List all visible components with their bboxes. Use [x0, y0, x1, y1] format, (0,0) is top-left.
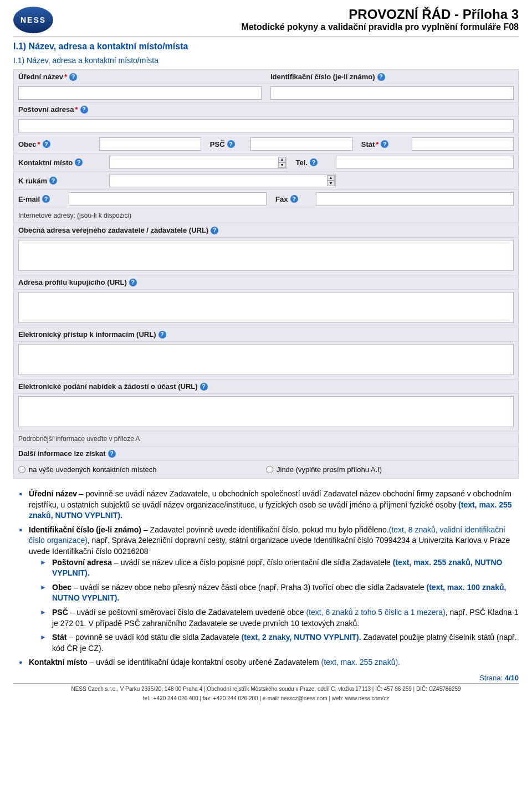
input-stat[interactable]	[412, 137, 514, 151]
help-icon[interactable]: ?	[227, 140, 235, 148]
input-email[interactable]	[69, 192, 267, 206]
help-icon[interactable]: ?	[43, 140, 50, 148]
label-podrobnejsi: Podrobnější informace uveďte v příloze A	[14, 432, 145, 446]
page-number: Strana: 4/10	[13, 674, 519, 682]
label-dalsi-info: Další informace lze získat	[18, 449, 106, 458]
bullet-id-cislo: Identifikační číslo (je-li známo) – Zada…	[29, 525, 519, 654]
label-uredni-nazev: Úřední název*	[18, 73, 67, 81]
help-icon[interactable]: ?	[108, 450, 116, 458]
label-tel: Tel.	[296, 158, 308, 167]
input-k-rukam[interactable]	[109, 174, 336, 187]
input-el-pristup-url[interactable]	[18, 344, 514, 375]
label-postovni-adresa: Poštovní adresa*	[18, 105, 78, 114]
input-uredni-nazev[interactable]	[18, 86, 262, 100]
input-obecna-url[interactable]	[18, 240, 514, 271]
help-icon[interactable]: ?	[381, 140, 388, 148]
sub-stat: Stát – povinně se uvádí kód státu dle sí…	[52, 632, 519, 654]
label-obecna-url: Obecná adresa veřejného zadavatele / zad…	[18, 226, 208, 234]
label-internetove-adresy: Internetové adresy: (jsou-li k dispozici…	[14, 208, 136, 223]
input-id-cislo[interactable]	[270, 86, 514, 100]
input-kontaktni-misto[interactable]	[109, 156, 287, 169]
help-icon[interactable]: ?	[80, 106, 88, 114]
footer-line-2: tel.: +420 244 026 400 | fax: +420 244 0…	[13, 693, 519, 701]
bullet-uredni-nazev: Úřední název – povinně se uvádí název Za…	[29, 489, 519, 521]
instructions-block: Úřední název – povinně se uvádí název Za…	[13, 479, 519, 668]
help-icon[interactable]: ?	[129, 279, 137, 286]
help-icon[interactable]: ?	[49, 177, 57, 184]
section-subheading: I.1) Název, adresa a kontaktní místo/mís…	[13, 56, 519, 65]
radio-dalsi-info-2[interactable]	[266, 466, 273, 473]
label-fax: Fax	[275, 195, 288, 203]
label-obec: Obec*	[18, 140, 40, 148]
input-postovni-adresa[interactable]	[18, 119, 514, 132]
input-obec[interactable]	[99, 137, 201, 151]
footer-line-1: NESS Czech s.r.o., V Parku 2335/20, 148 …	[13, 683, 519, 692]
label-psc: PSČ	[210, 140, 225, 148]
help-icon[interactable]: ?	[42, 195, 50, 203]
help-icon[interactable]: ?	[200, 383, 208, 391]
bullet-kontaktni-misto: Kontaktní místo – uvádí se identifikační…	[29, 657, 519, 668]
input-profil-url[interactable]	[18, 292, 514, 323]
spin-up-icon[interactable]: ▴	[327, 175, 335, 181]
label-k-rukam: K rukám	[18, 177, 47, 185]
label-email: E-mail	[18, 195, 40, 203]
label-profil-url: Adresa profilu kupujícího (URL)	[18, 278, 127, 286]
label-stat: Stát*	[361, 140, 379, 148]
help-icon[interactable]: ?	[310, 158, 318, 166]
section-heading: I.1) Název, adresa a kontaktní místo/mís…	[13, 42, 519, 52]
spin-up-icon[interactable]: ▴	[278, 157, 286, 162]
label-kontaktni-misto: Kontaktní místo	[18, 158, 73, 167]
input-el-podani-url[interactable]	[18, 396, 514, 427]
input-fax[interactable]	[316, 192, 514, 206]
help-icon[interactable]: ?	[69, 73, 77, 81]
form-area: Úřední název* ? Identifikační číslo (je-…	[13, 69, 519, 479]
input-psc[interactable]	[250, 137, 352, 151]
label-el-pristup-url: Elektronický přístup k informacím (URL)	[18, 330, 156, 339]
label-id-cislo: Identifikační číslo (je-li známo)	[270, 73, 375, 81]
radio-dalsi-info-1[interactable]	[18, 466, 25, 473]
label-el-podani-url: Elektronické podání nabídek a žádostí o …	[18, 382, 198, 391]
help-icon[interactable]: ?	[211, 227, 218, 234]
help-icon[interactable]: ?	[75, 158, 83, 166]
doc-title: PROVOZNÍ ŘÁD - Příloha 3	[58, 7, 519, 22]
radio-label-2: Jinde (vyplňte prosím přílohu A.I)	[277, 465, 382, 474]
help-icon[interactable]: ?	[158, 331, 166, 339]
sub-obec: Obec – uvádí se název obce nebo přesný n…	[52, 582, 519, 604]
doc-subtitle: Metodické pokyny a validační pravidla pr…	[58, 22, 519, 32]
input-tel[interactable]	[336, 156, 514, 169]
help-icon[interactable]: ?	[377, 73, 385, 81]
sub-psc: PSČ – uvádí se poštovní směrovací číslo …	[52, 607, 519, 629]
spin-down-icon[interactable]: ▾	[278, 162, 286, 168]
ness-logo	[13, 7, 53, 33]
separator	[13, 37, 519, 37]
help-icon[interactable]: ?	[290, 195, 298, 203]
radio-label-1: na výše uvedených kontaktních místech	[29, 465, 157, 474]
spin-down-icon[interactable]: ▾	[327, 181, 335, 186]
sub-postovni-adresa: Poštovní adresa – uvádí se název ulice a…	[52, 557, 519, 579]
